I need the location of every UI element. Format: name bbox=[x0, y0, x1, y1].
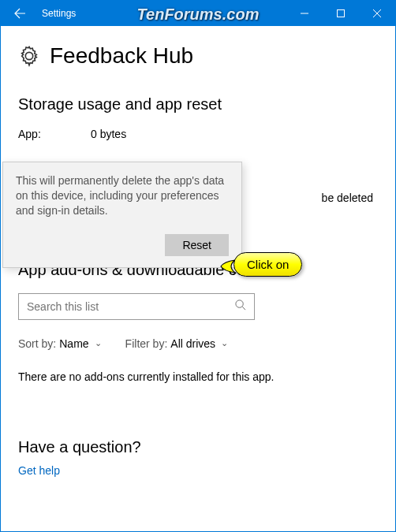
window-controls bbox=[286, 1, 395, 26]
question-heading: Have a question? bbox=[18, 438, 378, 456]
reset-confirm-flyout: This will permanently delete the app's d… bbox=[2, 162, 242, 268]
search-icon[interactable] bbox=[234, 299, 246, 314]
get-help-link[interactable]: Get help bbox=[18, 464, 60, 477]
chevron-down-icon: ⌄ bbox=[221, 338, 228, 348]
app-header: Feedback Hub bbox=[18, 43, 378, 69]
close-icon bbox=[373, 9, 381, 17]
addons-empty-message: There are no add-ons currently installed… bbox=[18, 370, 378, 383]
addons-search[interactable] bbox=[18, 293, 255, 320]
sort-label: Sort by: bbox=[18, 337, 56, 350]
sort-filter-row: Sort by: Name ⌄ Filter by: All drives ⌄ bbox=[18, 337, 378, 350]
minimize-icon bbox=[301, 9, 308, 17]
content-area: Feedback Hub Storage usage and app reset… bbox=[1, 43, 395, 532]
svg-rect-0 bbox=[338, 10, 345, 17]
chevron-down-icon: ⌄ bbox=[95, 338, 102, 348]
flyout-reset-button[interactable]: Reset bbox=[165, 234, 229, 256]
sort-dropdown[interactable]: Sort by: Name ⌄ bbox=[18, 337, 102, 350]
callout-text: Click on bbox=[233, 252, 302, 277]
flyout-message: This will permanently delete the app's d… bbox=[16, 173, 229, 218]
sort-value: Name bbox=[59, 337, 88, 350]
filter-dropdown[interactable]: Filter by: All drives ⌄ bbox=[125, 337, 228, 350]
storage-heading: Storage usage and app reset bbox=[18, 95, 378, 113]
search-input[interactable] bbox=[27, 300, 234, 313]
annotation-callout: Click on bbox=[233, 252, 302, 277]
filter-label: Filter by: bbox=[125, 337, 168, 350]
arrow-left-icon bbox=[13, 7, 26, 20]
app-usage-label: App: bbox=[18, 128, 58, 140]
app-usage-row: App: 0 bytes bbox=[18, 128, 378, 140]
back-button[interactable] bbox=[1, 1, 39, 26]
titlebar: Settings bbox=[1, 1, 395, 26]
filter-value: All drives bbox=[170, 337, 215, 350]
app-usage-value: 0 bytes bbox=[91, 128, 126, 140]
minimize-button[interactable] bbox=[286, 1, 323, 26]
maximize-icon bbox=[337, 9, 345, 17]
gear-icon bbox=[18, 45, 40, 67]
window-title: Settings bbox=[42, 8, 76, 19]
page-title: Feedback Hub bbox=[50, 43, 193, 69]
svg-point-1 bbox=[236, 300, 243, 307]
close-button[interactable] bbox=[359, 1, 395, 26]
maximize-button[interactable] bbox=[323, 1, 359, 26]
